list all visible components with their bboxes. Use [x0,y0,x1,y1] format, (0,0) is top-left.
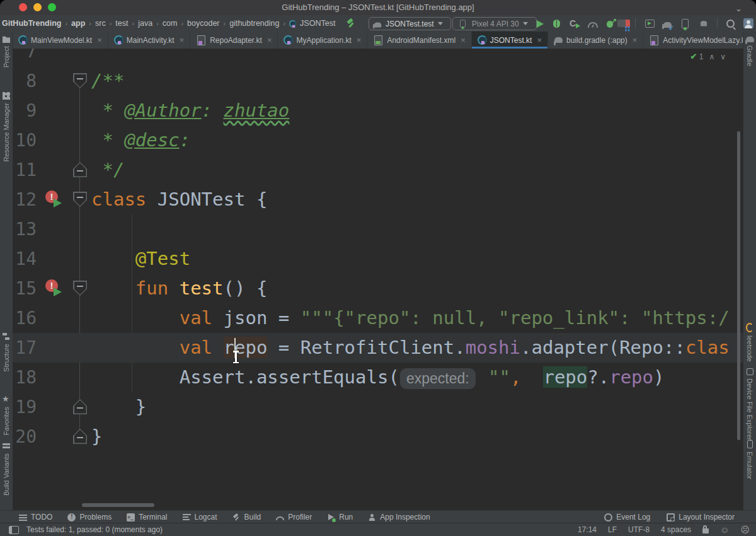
tool-window-button-build[interactable]: Build [232,513,261,521]
tab-JSONTest.kt[interactable]: JSONTest.kt× [472,32,548,49]
stripe-label: Resource Manager [3,103,10,162]
stripe-item-emulator[interactable]: Emulator [743,440,756,479]
close-tab-icon[interactable]: × [97,35,102,45]
stripe-item-gradle[interactable]: Gradle [743,35,756,66]
breadcrumb-item-src[interactable]: src [94,19,106,28]
breadcrumb-item-java[interactable]: java [137,19,153,28]
tab-MainActivity.kt[interactable]: MainActivity.kt× [108,32,190,49]
tool-window-button-terminal[interactable]: Terminal [127,513,167,521]
code-line-7[interactable]: 7 [13,49,743,66]
code-line-19[interactable]: 19 } [13,392,743,422]
run-configuration-select[interactable]: JSONTest.test [369,17,451,30]
tool-window-button-layout-inspector[interactable]: Layout Inspector [667,513,735,521]
breadcrumb-item-test[interactable]: test [115,19,129,28]
virtual-device-icon[interactable] [682,19,689,28]
build-hammer-icon[interactable] [346,18,356,28]
horizontal-scrollbar[interactable] [82,503,154,507]
device-manager-icon[interactable] [617,20,626,27]
code-editor[interactable]: 78/**9 * @Author: zhutao10 * @desc:11 */… [13,49,743,511]
stripe-label: leetcode [746,335,753,362]
breadcrumb-item-githubtrending[interactable]: GitHubTrending [1,19,62,28]
fold-marker[interactable] [73,73,87,88]
tab-label: MainViewModel.kt [31,36,92,45]
debug-icon[interactable] [553,20,560,28]
vertical-scrollbar[interactable] [737,131,740,440]
profiler-low-overhead-icon[interactable] [588,22,598,28]
prev-problem-icon[interactable]: ∧ [709,52,714,61]
tab-MainViewModel.kt[interactable]: MainViewModel.kt× [13,32,108,49]
line-number: 7 [13,49,37,66]
hidden-tabs-chevron[interactable]: ⌄ [735,0,742,17]
profile-icon[interactable]: C [570,18,580,28]
stripe-item-build-variants[interactable]: Build Variants [0,443,13,496]
tool-window-button-event-log[interactable]: Event Log [604,513,650,521]
device-select[interactable]: Pixel 4 API 30 [452,17,537,30]
run-test-failed-icon[interactable]: ! [45,279,66,298]
inspections-widget[interactable]: ✔ 1 ∧ ∨ [690,52,726,61]
code-line-14[interactable]: 14 @Test [13,244,743,274]
breadcrumb-item-githubtrending[interactable]: githubtrending [229,19,280,28]
close-tab-icon[interactable]: × [180,35,185,45]
code-line-8[interactable]: 8/** [13,66,743,96]
close-tab-icon[interactable]: × [357,35,362,45]
fold-marker[interactable] [73,192,87,207]
code-line-18[interactable]: 18 Assert.assertEquals(expected: "", rep… [13,363,743,392]
code-line-9[interactable]: 9 * @Author: zhutao [13,96,743,125]
code-line-13[interactable]: 13 [13,214,743,244]
close-tab-icon[interactable]: × [537,35,542,45]
tool-window-button-run[interactable]: Run [327,513,353,521]
breadcrumb-item-app[interactable]: app [71,19,86,28]
tool-window-button-problems[interactable]: Problems [67,513,112,521]
code-line-15[interactable]: 15! fun test() { [13,274,743,303]
stripe-item-structure[interactable]: Structure [0,333,13,372]
tab-ActivityViewModelLazy.kt[interactable]: ActivityViewModelLazy.kt× [643,32,743,49]
search-everywhere-icon[interactable] [726,20,735,28]
stripe-item-favorites[interactable]: Favorites [0,396,13,435]
code-line-12[interactable]: 12!class JSONTest { [13,185,743,214]
close-tab-icon[interactable]: × [461,35,466,45]
stripe-item-resource-manager[interactable]: Resource Manager [0,92,13,162]
close-tab-icon[interactable]: × [267,35,272,45]
sdk-manager-icon[interactable] [701,21,707,26]
fold-marker[interactable] [73,399,87,414]
tab-RepoAdapter.kt[interactable]: RepoAdapter.kt× [190,32,278,49]
breadcrumb-item-jsontest[interactable]: JSONTest [299,19,336,28]
happy-face-icon[interactable]: ☺ [720,525,729,534]
fold-marker[interactable] [73,281,87,296]
encoding-indicator[interactable]: UTF-8 [628,525,650,534]
code-line-16[interactable]: 16 val json = """{"repo": null, "repo_li… [13,303,743,333]
readonly-lock-icon[interactable] [702,528,709,533]
breadcrumb-item-com[interactable]: com [162,19,178,28]
close-tab-icon[interactable]: × [633,35,638,45]
breadcrumb-item-boycoder[interactable]: boycoder [186,19,220,28]
stripe-item-project[interactable]: Project [0,35,13,67]
tool-window-button-logcat[interactable]: Logcat [183,513,217,521]
fold-marker[interactable] [73,162,87,177]
next-problem-icon[interactable]: ∨ [720,52,726,61]
attach-debugger-icon[interactable] [607,21,613,28]
stripe-item-device-file-explorer[interactable]: Device File Explorer [743,368,756,440]
stripe-item-leetcode[interactable]: leetcode [743,323,756,362]
logcat-window-icon[interactable] [645,20,655,28]
tab-build.gradle (:app)[interactable]: build.gradle (:app)× [548,32,643,49]
code-line-20[interactable]: 20} [13,422,743,452]
tab-MyApplication.kt[interactable]: MyApplication.kt× [278,32,367,49]
run-tool-icon [327,513,335,521]
sync-project-gradle-icon[interactable] [663,22,672,28]
tab-label: build.gradle (:app) [566,36,627,45]
indent-indicator[interactable]: 4 spaces [661,525,691,534]
code-line-10[interactable]: 10 * @desc: [13,125,743,155]
tool-window-button-profiler[interactable]: Profiler [276,513,312,521]
tool-window-button-todo[interactable]: TODO [19,513,52,521]
tab-AndroidManifest.xml[interactable]: AndroidManifest.xml× [367,32,471,49]
code-line-17[interactable]: 17 val repo = RetrofitClient.moshi.adapt… [13,333,743,363]
sad-face-icon[interactable]: ☹ [740,525,750,534]
tool-window-button-app-inspection[interactable]: App Inspection [368,513,430,521]
line-ending-indicator[interactable]: LF [608,525,617,534]
fold-marker[interactable] [73,429,87,444]
run-test-failed-icon[interactable]: ! [45,190,66,209]
profile-avatar[interactable] [743,18,753,28]
run-icon[interactable] [537,20,544,28]
code-line-11[interactable]: 11 */ [13,155,743,185]
tool-window-switcher-icon[interactable] [9,526,19,534]
